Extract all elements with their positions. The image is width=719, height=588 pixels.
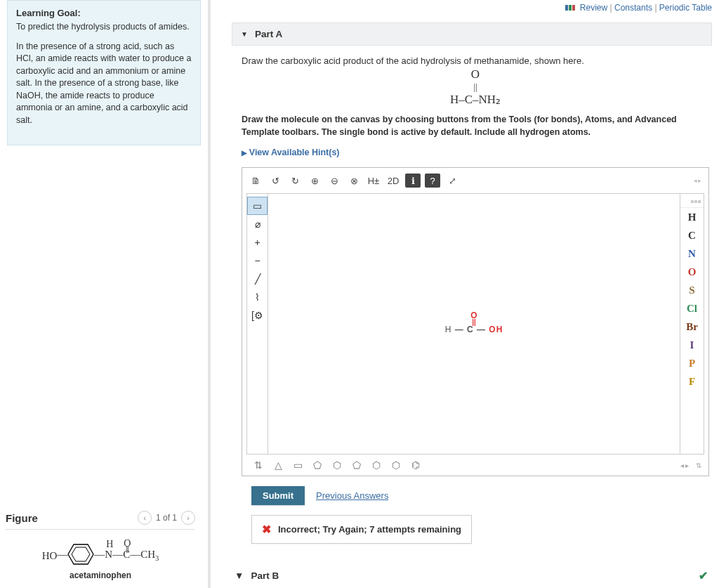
tool-hydrogen-icon[interactable]: H± xyxy=(366,174,381,188)
editor-top-toolbar: 🗎 ↺ ↻ ⊕ ⊖ ⊗ H± 2D ℹ ? ⤢ ◂▸ xyxy=(246,172,704,193)
structure-editor: 🗎 ↺ ↻ ⊕ ⊖ ⊗ H± 2D ℹ ? ⤢ ◂▸ ▭ ⌀ xyxy=(242,167,709,476)
link-periodic-table[interactable]: Periodic Table xyxy=(659,3,712,13)
figure-pager-label: 1 of 1 xyxy=(156,513,177,523)
atom-i-button[interactable]: I xyxy=(680,336,704,354)
tool-single-bond-icon[interactable]: ╱ xyxy=(247,270,268,288)
feedback-box: ✖ Incorrect; Try Again; 7 attempts remai… xyxy=(251,515,472,544)
template-scroll-icon[interactable]: ⇅ xyxy=(252,459,265,471)
toolbar-scroll-icon[interactable]: ◂▸ xyxy=(694,177,704,184)
instructions-text: Draw the molecule on the canvas by choos… xyxy=(242,114,709,138)
template-pentagon-icon[interactable]: ⬠ xyxy=(311,459,324,471)
atom-h-button[interactable]: H xyxy=(680,208,704,226)
template-square-icon[interactable]: ▭ xyxy=(291,459,304,471)
figure-next-button[interactable]: › xyxy=(181,511,195,525)
learning-goal-text: To predict the hydrolysis products of am… xyxy=(16,21,192,34)
template-cycloheptane-icon[interactable]: ⬡ xyxy=(390,459,402,471)
view-hints-link[interactable]: View Available Hint(s) xyxy=(242,148,340,157)
tool-charge-minus-icon[interactable]: − xyxy=(247,251,268,270)
tool-bracket-icon[interactable]: [⚙ xyxy=(247,306,268,325)
review-icon xyxy=(565,3,576,13)
template-nav-icon[interactable]: ◂▸ ⇅ xyxy=(680,462,701,469)
figure-prev-button[interactable]: ‹ xyxy=(138,511,152,525)
tool-info-icon[interactable]: ℹ xyxy=(405,174,421,188)
template-cyclopentadiene-icon[interactable]: ⬠ xyxy=(350,459,363,471)
tool-delete-icon[interactable]: ⊗ xyxy=(346,174,362,188)
template-cyclohexene-icon[interactable]: ⬡ xyxy=(370,459,383,471)
part-a-title: Part A xyxy=(255,29,282,39)
tool-undo-icon[interactable]: ↺ xyxy=(268,174,283,188)
figure-molecule-structure: HO——HN—O‖C—CH3 xyxy=(6,542,195,566)
svg-marker-1 xyxy=(72,547,90,561)
correct-check-icon: ✔ xyxy=(699,569,712,582)
tool-zoom-in-icon[interactable]: ⊕ xyxy=(307,174,322,188)
tool-fullscreen-icon[interactable]: ⤢ xyxy=(444,174,460,188)
tool-redo-icon[interactable]: ↻ xyxy=(287,174,303,188)
atom-n-button[interactable]: N xyxy=(680,244,704,263)
tool-help-icon[interactable]: ? xyxy=(425,174,440,188)
editor-left-toolbar: ▭ ⌀ + − ╱ ⌇ [⚙ xyxy=(247,194,268,454)
figure-section: Figure ‹ 1 of 1 › HO——HN—O‖C—CH3 acetami… xyxy=(6,511,201,580)
part-b-header[interactable]: ▼ Part B ✔ xyxy=(232,569,712,582)
atom-c-button[interactable]: C xyxy=(680,226,704,244)
atom-f-button[interactable]: F xyxy=(680,372,704,391)
atom-br-button[interactable]: Br xyxy=(680,318,704,336)
drawn-molecule[interactable]: O || H — C — OH xyxy=(445,311,503,335)
part-b-title: Part B xyxy=(251,570,279,581)
template-triangle-icon[interactable]: △ xyxy=(272,459,284,471)
editor-atom-toolbar: H C N O S Cl Br I P F xyxy=(680,194,704,454)
collapse-caret-icon: ▼ xyxy=(241,30,248,38)
given-structure: O || H–C–NH₂ xyxy=(242,67,709,107)
atom-s-button[interactable]: S xyxy=(680,281,704,299)
part-a-header[interactable]: ▼ Part A xyxy=(232,22,712,46)
link-constants[interactable]: Constants xyxy=(614,3,652,13)
atom-toolbar-header-icon xyxy=(680,195,704,208)
tool-zoom-out-icon[interactable]: ⊖ xyxy=(326,174,342,188)
tool-eraser-icon[interactable]: ⌀ xyxy=(247,215,268,233)
tool-charge-plus-icon[interactable]: + xyxy=(247,233,268,251)
feedback-text: Incorrect; Try Again; 7 attempts remaini… xyxy=(278,524,461,535)
editor-template-toolbar: ⇅ △ ▭ ⬠ ⬡ ⬠ ⬡ ⬡ ⌬ ◂▸ ⇅ xyxy=(246,455,704,474)
incorrect-icon: ✖ xyxy=(262,523,271,536)
atom-o-button[interactable]: O xyxy=(680,263,704,281)
drawing-canvas[interactable]: O || H — C — OH xyxy=(268,194,680,454)
top-links: Review | Constants | Periodic Table xyxy=(232,0,712,22)
collapse-caret-icon: ▼ xyxy=(235,570,244,581)
link-review[interactable]: Review xyxy=(580,3,607,13)
previous-answers-link[interactable]: Previous Answers xyxy=(316,490,388,501)
atom-p-button[interactable]: P xyxy=(680,354,704,372)
template-hexagon-icon[interactable]: ⬡ xyxy=(331,459,343,471)
tool-new-icon[interactable]: 🗎 xyxy=(248,174,263,188)
tool-2d-icon[interactable]: 2D xyxy=(385,174,401,188)
submit-button[interactable]: Submit xyxy=(251,486,305,505)
template-benzene-icon[interactable]: ⌬ xyxy=(409,459,422,471)
figure-heading: Figure xyxy=(6,512,38,524)
figure-molecule-name: acetaminophen xyxy=(6,570,195,580)
learning-body-text: In the presence of a strong acid, such a… xyxy=(16,41,192,127)
atom-cl-button[interactable]: Cl xyxy=(680,299,704,318)
learning-goal-box: Learning Goal: To predict the hydrolysis… xyxy=(7,0,201,145)
tool-chain-icon[interactable]: ⌇ xyxy=(247,288,268,306)
question-text: Draw the carboxylic acid product of the … xyxy=(242,55,709,66)
tool-marquee-icon[interactable]: ▭ xyxy=(247,197,268,215)
learning-goal-title: Learning Goal: xyxy=(16,8,192,18)
